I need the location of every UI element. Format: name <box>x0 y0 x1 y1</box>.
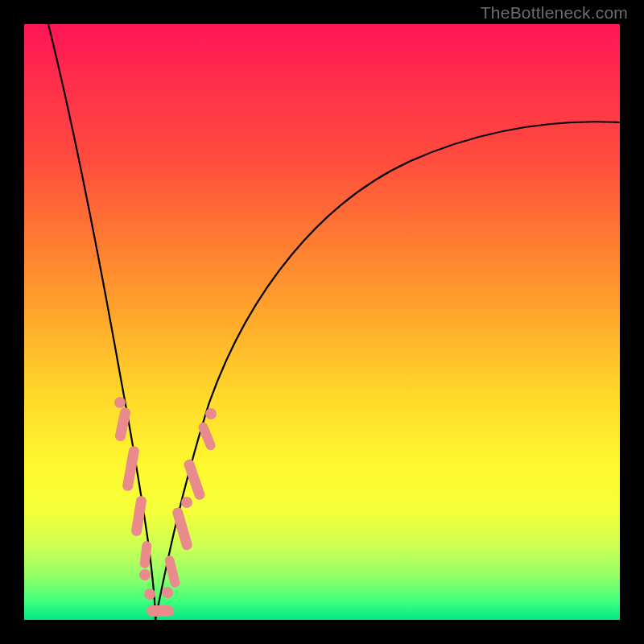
marker-seg-right-4 <box>197 421 217 452</box>
marker-seg-bottom <box>147 605 174 617</box>
curve-canvas <box>24 24 620 620</box>
marker-dot-right-a <box>162 587 173 598</box>
marker-dot-right-top <box>205 408 217 419</box>
marker-dot-left-top <box>114 397 126 408</box>
chart-frame: TheBottleneck.com <box>0 0 644 644</box>
curve-right-branch <box>155 122 620 620</box>
plot-area <box>24 24 620 620</box>
marker-seg-right-1 <box>163 555 180 588</box>
watermark-text: TheBottleneck.com <box>481 3 628 23</box>
marker-dot-right-mid <box>181 497 192 508</box>
marker-dot-left-b <box>144 588 155 600</box>
marker-dot-left-a <box>139 569 151 580</box>
